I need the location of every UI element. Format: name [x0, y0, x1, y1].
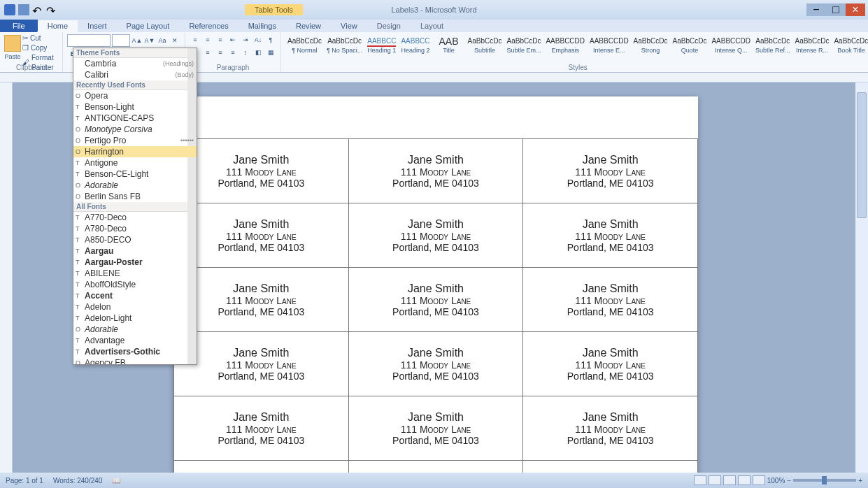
zoom-slider[interactable] — [793, 479, 856, 482]
view-print-layout-button[interactable] — [694, 475, 706, 485]
label-cell[interactable]: Jane Smith 111 Moody Lane Portland, ME 0… — [523, 461, 698, 473]
shading-button[interactable]: ◧ — [252, 47, 264, 58]
font-option[interactable]: TBenson-Light — [73, 101, 197, 113]
font-option[interactable]: OOpera — [73, 90, 197, 101]
redo-icon[interactable]: ↷ — [46, 4, 57, 15]
label-cell[interactable]: Jane Smith 111 Moody Lane Portland, ME 0… — [523, 332, 698, 396]
tab-view[interactable]: View — [331, 20, 367, 32]
indent-increase-button[interactable]: ⇥ — [240, 34, 251, 45]
font-option[interactable]: TAccent — [73, 290, 197, 301]
font-option[interactable]: OMonotype Corsiva — [73, 124, 197, 135]
justify-button[interactable]: ≡ — [227, 47, 239, 58]
tab-page-layout[interactable]: Page Layout — [117, 20, 180, 32]
line-spacing-button[interactable]: ↕ — [240, 47, 251, 58]
vertical-ruler[interactable] — [0, 82, 13, 473]
font-option[interactable]: Calibri(Body) — [73, 69, 197, 80]
tab-file[interactable]: File — [0, 20, 38, 32]
label-cell[interactable]: Jane Smith 111 Moody Lane Portland, ME 0… — [523, 203, 698, 268]
label-cell[interactable]: Jane Smith 111 Moody Lane Portland, ME 0… — [348, 268, 523, 332]
style-item-13[interactable]: AaBbCcDcIntense R... — [793, 35, 832, 55]
tab-insert[interactable]: Insert — [78, 20, 117, 32]
multilevel-button[interactable]: ≡ — [215, 34, 226, 45]
style-item-8[interactable]: AABBCCDDIntense E... — [588, 35, 631, 55]
status-language-icon[interactable]: 📖 — [112, 477, 120, 485]
indent-decrease-button[interactable]: ⇤ — [227, 34, 239, 45]
font-option[interactable]: TA850-DECO — [73, 234, 197, 245]
clear-formatting-button[interactable]: ✕ — [169, 35, 180, 46]
font-option[interactable]: TAdvertisers-Gothic — [73, 346, 197, 357]
font-option[interactable]: OHarrington — [73, 146, 197, 157]
font-option[interactable]: TAboffOldStyle — [73, 279, 197, 290]
label-cell[interactable]: Jane Smith 111 Moody Lane Portland, ME 0… — [523, 396, 698, 461]
grow-font-button[interactable]: A▲ — [131, 35, 143, 46]
status-words[interactable]: Words: 240/240 — [53, 477, 102, 485]
align-center-button[interactable]: ≡ — [202, 47, 213, 58]
paste-button[interactable]: Paste — [4, 34, 21, 63]
font-option[interactable]: OBerlin Sans FB — [73, 191, 197, 202]
tab-mailings[interactable]: Mailings — [239, 20, 286, 32]
label-cell[interactable]: Jane Smith 111 Moody Lane Portland, ME 0… — [174, 461, 349, 473]
label-cell[interactable]: Jane Smith 111 Moody Lane Portland, ME 0… — [348, 203, 523, 268]
font-option[interactable]: OAdorable — [73, 324, 197, 335]
style-item-7[interactable]: AABBCCDDEmphasis — [543, 35, 587, 55]
label-cell[interactable]: Jane Smith 111 Moody Lane Portland, ME 0… — [174, 203, 349, 268]
undo-icon[interactable]: ↶ — [32, 4, 43, 15]
font-size-input[interactable] — [112, 34, 130, 47]
change-case-button[interactable]: Aa — [157, 35, 168, 46]
label-cell[interactable]: Jane Smith 111 Moody Lane Portland, ME 0… — [348, 396, 523, 461]
font-option[interactable]: TAargau-Poster — [73, 257, 197, 268]
style-item-9[interactable]: AaBbCcDcStrong — [632, 35, 670, 55]
style-item-2[interactable]: AABBCCHeading 1 — [365, 35, 398, 55]
view-outline-button[interactable] — [738, 475, 750, 485]
style-item-14[interactable]: AaBbCcDcBook Title — [832, 35, 868, 55]
tab-home[interactable]: Home — [38, 20, 78, 32]
cut-button[interactable]: ✂Cut — [21, 34, 58, 43]
font-option[interactable]: TAntigone — [73, 157, 197, 168]
style-item-12[interactable]: AaBbCcDcSubtle Ref... — [753, 35, 792, 55]
font-option[interactable]: TA770-Deco — [73, 212, 197, 223]
sort-button[interactable]: A↓ — [252, 34, 264, 45]
font-name-input[interactable] — [67, 34, 111, 47]
style-item-11[interactable]: AABBCCDDIntense Q... — [709, 35, 753, 55]
font-option[interactable]: TAdvantage — [73, 335, 197, 346]
font-option[interactable]: TABILENE — [73, 268, 197, 279]
label-cell[interactable]: Jane Smith 111 Moody Lane Portland, ME 0… — [174, 268, 349, 332]
close-button[interactable]: × — [846, 3, 865, 16]
maximize-button[interactable]: □ — [826, 3, 846, 16]
zoom-in-button[interactable]: + — [858, 477, 862, 485]
style-item-6[interactable]: AaBbCcDcSubtle Em... — [504, 35, 543, 55]
tab-design[interactable]: Design — [367, 20, 411, 32]
align-right-button[interactable]: ≡ — [215, 47, 226, 58]
view-full-screen-button[interactable] — [709, 475, 721, 485]
bullets-button[interactable]: ≡ — [190, 34, 201, 45]
label-cell[interactable]: Jane Smith 111 Moody Lane Portland, ME 0… — [174, 139, 349, 203]
copy-button[interactable]: ❐Copy — [21, 43, 58, 53]
zoom-out-button[interactable]: − — [787, 477, 791, 485]
borders-button[interactable]: ▦ — [265, 47, 276, 58]
label-cell[interactable]: Jane Smith 111 Moody Lane Portland, ME 0… — [523, 268, 698, 332]
style-item-0[interactable]: AaBbCcDc¶ Normal — [285, 35, 324, 55]
vertical-scrollbar[interactable] — [855, 82, 868, 473]
scrollbar-thumb[interactable] — [857, 92, 867, 218]
font-option[interactable]: Cambria(Headings) — [73, 58, 197, 69]
zoom-slider-thumb[interactable] — [822, 476, 827, 485]
tab-references[interactable]: References — [179, 20, 238, 32]
label-cell[interactable]: Jane Smith 111 Moody Lane Portland, ME 0… — [523, 139, 698, 203]
style-item-1[interactable]: AaBbCcDc¶ No Spaci... — [325, 35, 364, 55]
font-option[interactable]: TAdelon — [73, 301, 197, 313]
view-web-layout-button[interactable] — [723, 475, 736, 485]
status-page[interactable]: Page: 1 of 1 — [6, 477, 43, 485]
numbering-button[interactable]: ≡ — [202, 34, 213, 45]
tab-review[interactable]: Review — [286, 20, 331, 32]
font-option[interactable]: TAdelon-Light — [73, 313, 197, 324]
font-option[interactable]: TA780-Deco — [73, 223, 197, 234]
label-cell[interactable]: Jane Smith 111 Moody Lane Portland, ME 0… — [348, 139, 523, 203]
tab-layout[interactable]: Layout — [411, 20, 453, 32]
label-cell[interactable]: Jane Smith 111 Moody Lane Portland, ME 0… — [348, 461, 523, 473]
shrink-font-button[interactable]: A▼ — [144, 35, 155, 46]
font-option[interactable]: TANTIGONE-CAPS — [73, 113, 197, 124]
zoom-level[interactable]: 100% — [767, 477, 785, 485]
style-item-5[interactable]: AaBbCcDcSubtitle — [466, 35, 504, 55]
style-item-10[interactable]: AaBbCcDcQuote — [671, 35, 709, 55]
view-draft-button[interactable] — [753, 475, 765, 485]
